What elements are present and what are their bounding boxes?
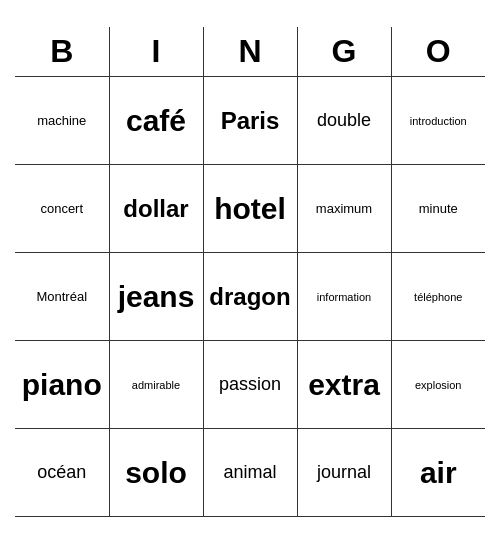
bingo-cell: piano: [15, 341, 109, 429]
bingo-cell-text: dollar: [112, 195, 201, 223]
bingo-cell: téléphone: [391, 253, 485, 341]
bingo-cell: concert: [15, 165, 109, 253]
header-letter-g: G: [297, 27, 391, 77]
bingo-cell-text: introduction: [394, 115, 484, 127]
bingo-cell: dragon: [203, 253, 297, 341]
bingo-cell-text: extra: [300, 368, 389, 402]
bingo-cell-text: minute: [394, 201, 484, 216]
bingo-cell-text: machine: [17, 113, 107, 128]
bingo-cell: explosion: [391, 341, 485, 429]
bingo-cell: minute: [391, 165, 485, 253]
bingo-cell: journal: [297, 429, 391, 517]
bingo-cell-text: téléphone: [394, 291, 484, 303]
header-letter-i: I: [109, 27, 203, 77]
bingo-cell: introduction: [391, 77, 485, 165]
bingo-cell: Montréal: [15, 253, 109, 341]
bingo-cell: dollar: [109, 165, 203, 253]
bingo-cell: hotel: [203, 165, 297, 253]
bingo-row: Montréaljeansdragoninformationtéléphone: [15, 253, 485, 341]
bingo-cell: jeans: [109, 253, 203, 341]
bingo-cell: air: [391, 429, 485, 517]
bingo-cell-text: jeans: [112, 280, 201, 314]
bingo-cell: machine: [15, 77, 109, 165]
bingo-cell-text: dragon: [206, 283, 295, 311]
bingo-cell-text: concert: [17, 201, 107, 216]
bingo-cell-text: journal: [300, 462, 389, 483]
bingo-header-row: BINGO: [15, 27, 485, 77]
bingo-cell-text: solo: [112, 456, 201, 490]
bingo-card: BINGO machinecaféParisdoubleintroduction…: [15, 27, 485, 518]
bingo-cell: solo: [109, 429, 203, 517]
header-letter-b: B: [15, 27, 109, 77]
bingo-cell-text: maximum: [300, 201, 389, 216]
bingo-cell: admirable: [109, 341, 203, 429]
bingo-cell: double: [297, 77, 391, 165]
bingo-cell-text: information: [300, 291, 389, 303]
bingo-cell-text: hotel: [206, 192, 295, 226]
bingo-cell: information: [297, 253, 391, 341]
bingo-cell-text: animal: [206, 462, 295, 483]
bingo-cell: Paris: [203, 77, 297, 165]
bingo-cell-text: café: [112, 104, 201, 138]
bingo-cell-text: double: [300, 110, 389, 131]
bingo-cell: café: [109, 77, 203, 165]
header-letter-n: N: [203, 27, 297, 77]
bingo-cell-text: Montréal: [17, 289, 107, 304]
bingo-cell: extra: [297, 341, 391, 429]
bingo-cell: passion: [203, 341, 297, 429]
bingo-row: concertdollarhotelmaximumminute: [15, 165, 485, 253]
bingo-cell-text: explosion: [394, 379, 484, 391]
bingo-cell: animal: [203, 429, 297, 517]
header-letter-o: O: [391, 27, 485, 77]
bingo-cell-text: piano: [17, 368, 107, 402]
bingo-cell-text: océan: [17, 462, 107, 483]
bingo-row: océansoloanimaljournalair: [15, 429, 485, 517]
bingo-cell-text: admirable: [112, 379, 201, 391]
bingo-cell: océan: [15, 429, 109, 517]
bingo-cell-text: Paris: [206, 107, 295, 135]
bingo-cell-text: air: [394, 456, 484, 490]
bingo-cell: maximum: [297, 165, 391, 253]
bingo-row: machinecaféParisdoubleintroduction: [15, 77, 485, 165]
bingo-row: pianoadmirablepassionextraexplosion: [15, 341, 485, 429]
bingo-cell-text: passion: [206, 374, 295, 395]
